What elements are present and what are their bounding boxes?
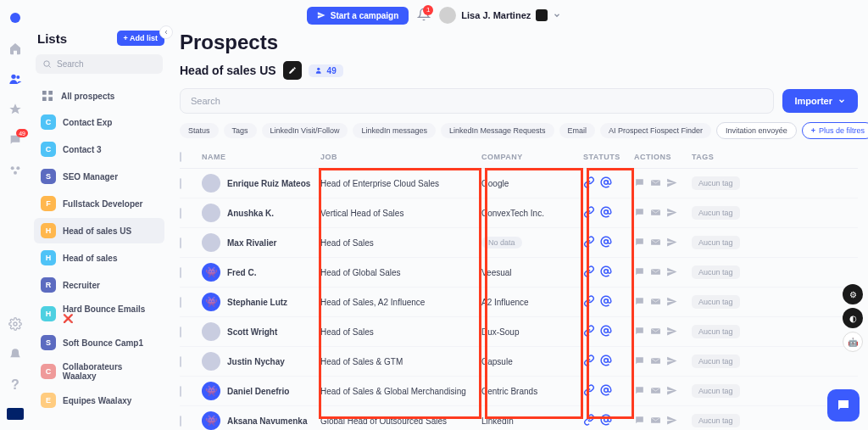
- mail-icon[interactable]: [650, 237, 661, 249]
- import-button[interactable]: Importer: [782, 89, 858, 113]
- tag-pill[interactable]: Aucun tag: [692, 355, 740, 368]
- list-item[interactable]: HHard Bounce Emails ❌: [34, 299, 164, 328]
- logo-icon[interactable]: [8, 10, 23, 25]
- collapse-sidebar-button[interactable]: [159, 25, 173, 39]
- list-item[interactable]: CContact 3: [34, 137, 164, 162]
- filter-chip[interactable]: LinkedIn Message Requests: [441, 123, 554, 138]
- send-icon[interactable]: [666, 355, 677, 368]
- table-row[interactable]: 👾Fred C. Head of Global Sales Veesual Au…: [180, 258, 858, 288]
- start-campaign-button[interactable]: Start a campaign: [307, 7, 409, 25]
- table-row[interactable]: 👾Daniel Denefrio Head of Sales & Global …: [180, 377, 858, 406]
- nav-prospects-icon[interactable]: [8, 71, 23, 87]
- link-icon[interactable]: [583, 414, 595, 427]
- nav-home-icon[interactable]: [8, 41, 23, 56]
- mail-icon[interactable]: [650, 385, 661, 398]
- notifications-button[interactable]: 1: [417, 8, 431, 24]
- table-row[interactable]: 👾Stephanie Lutz Head of Sales, A2 Influe…: [180, 288, 858, 317]
- mail-icon[interactable]: [650, 326, 661, 338]
- nav-settings-icon[interactable]: [8, 316, 23, 332]
- filter-chip[interactable]: LinkedIn Visit/Follow: [262, 123, 348, 138]
- tag-pill[interactable]: Aucun tag: [692, 325, 740, 338]
- float-widget-1[interactable]: ⚙: [843, 284, 863, 304]
- row-checkbox[interactable]: [180, 297, 181, 308]
- col-name[interactable]: NAME: [202, 153, 320, 161]
- tag-pill[interactable]: Aucun tag: [692, 384, 740, 398]
- row-checkbox[interactable]: [180, 267, 181, 278]
- list-item[interactable]: EEquipes Waalaxy: [34, 388, 164, 413]
- filter-chip[interactable]: LinkedIn messages: [353, 123, 436, 138]
- row-checkbox[interactable]: [180, 178, 181, 189]
- more-filters-button[interactable]: + Plus de filtres: [802, 122, 868, 139]
- nav-help-icon[interactable]: ?: [8, 377, 23, 393]
- tag-pill[interactable]: Aucun tag: [692, 295, 740, 309]
- list-item[interactable]: RRecruiter: [34, 272, 164, 298]
- float-widget-2[interactable]: ◐: [843, 308, 863, 328]
- at-icon[interactable]: [600, 236, 612, 249]
- at-icon[interactable]: [600, 325, 612, 338]
- table-row[interactable]: Anushka K. Vertical Head of Sales Convex…: [180, 198, 858, 228]
- link-icon[interactable]: [583, 206, 595, 220]
- nav-notifs-icon[interactable]: [8, 347, 23, 362]
- select-all-checkbox[interactable]: [180, 152, 181, 162]
- col-job[interactable]: JOB: [320, 153, 481, 161]
- table-row[interactable]: Scott Wright Head of Sales Dux-Soup Aucu…: [180, 317, 858, 347]
- table-row[interactable]: Max Rivalier Head of Sales No data Aucun…: [180, 228, 858, 258]
- col-statuts[interactable]: STATUTS: [583, 153, 634, 161]
- send-icon[interactable]: [666, 266, 677, 279]
- mail-icon[interactable]: [650, 177, 661, 190]
- message-icon[interactable]: [634, 177, 645, 190]
- table-row[interactable]: Justin Nychay Head of Sales & GTM Capsul…: [180, 347, 858, 377]
- col-tags[interactable]: TAGS: [692, 153, 758, 161]
- list-item[interactable]: SSoft Bounce Camp1: [34, 330, 164, 355]
- at-icon[interactable]: [600, 176, 612, 190]
- filter-chip[interactable]: Tags: [224, 123, 257, 138]
- tag-pill[interactable]: Aucun tag: [692, 206, 740, 220]
- filter-chip[interactable]: Email: [559, 123, 596, 138]
- all-prospects-item[interactable]: All prospects: [34, 84, 164, 108]
- mail-icon[interactable]: [650, 355, 661, 368]
- tag-pill[interactable]: Aucun tag: [692, 236, 740, 249]
- filter-chip[interactable]: AI Prospect Fiospect Finder: [600, 123, 711, 138]
- row-checkbox[interactable]: [180, 237, 181, 249]
- mail-icon[interactable]: [650, 207, 661, 220]
- send-icon[interactable]: [666, 326, 677, 338]
- send-icon[interactable]: [666, 415, 677, 427]
- message-icon[interactable]: [634, 266, 645, 279]
- send-icon[interactable]: [666, 296, 677, 309]
- message-icon[interactable]: [634, 237, 645, 249]
- col-actions[interactable]: ACTIONS: [634, 153, 692, 161]
- nav-campaigns-icon[interactable]: [8, 102, 23, 117]
- tag-pill[interactable]: Aucun tag: [692, 414, 740, 427]
- link-icon[interactable]: [583, 236, 595, 249]
- mail-icon[interactable]: [650, 266, 661, 279]
- tag-pill[interactable]: Aucun tag: [692, 265, 740, 279]
- float-widget-3[interactable]: 🤖: [843, 332, 863, 352]
- at-icon[interactable]: [600, 295, 612, 309]
- message-icon[interactable]: [634, 415, 645, 427]
- list-item[interactable]: SSEO Manager: [34, 164, 164, 189]
- edit-list-button[interactable]: [283, 61, 302, 80]
- at-icon[interactable]: [600, 265, 612, 279]
- list-item[interactable]: CCollaborateurs Waalaxy: [34, 357, 164, 386]
- at-icon[interactable]: [600, 206, 612, 220]
- send-icon[interactable]: [666, 177, 677, 190]
- mail-icon[interactable]: [650, 296, 661, 309]
- filter-chip[interactable]: Status: [180, 123, 219, 138]
- message-icon[interactable]: [634, 385, 645, 398]
- link-icon[interactable]: [583, 265, 595, 279]
- message-icon[interactable]: [634, 207, 645, 220]
- link-icon[interactable]: [583, 176, 595, 190]
- link-icon[interactable]: [583, 325, 595, 338]
- list-item[interactable]: HHead of sales: [34, 245, 164, 271]
- link-icon[interactable]: [583, 384, 595, 398]
- nav-messages-icon[interactable]: 49: [8, 132, 23, 148]
- nav-team-icon[interactable]: [8, 163, 23, 178]
- row-checkbox[interactable]: [180, 416, 181, 427]
- row-checkbox[interactable]: [180, 208, 181, 219]
- link-icon[interactable]: [583, 355, 595, 368]
- at-icon[interactable]: [600, 355, 612, 368]
- col-company[interactable]: COMPANY: [481, 153, 583, 161]
- link-icon[interactable]: [583, 295, 595, 309]
- message-icon[interactable]: [634, 355, 645, 368]
- filter-chip[interactable]: Invitation envoyée: [716, 122, 797, 139]
